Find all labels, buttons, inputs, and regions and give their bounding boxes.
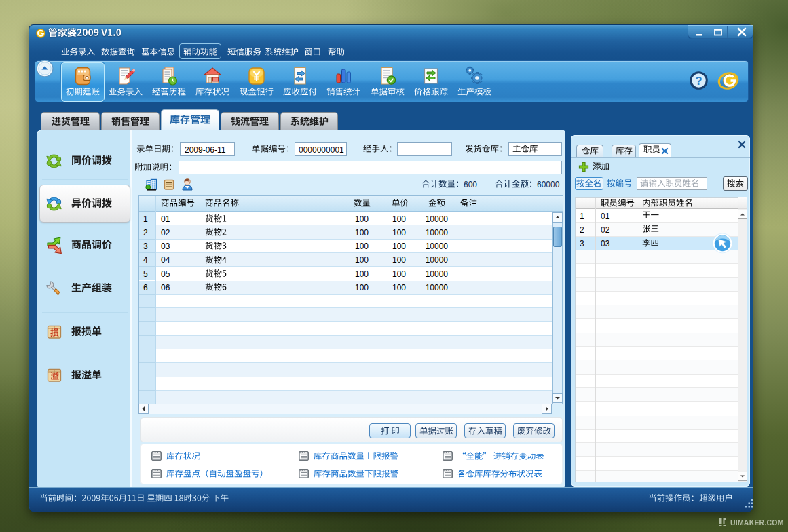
svg-text:?: ? bbox=[695, 75, 702, 88]
